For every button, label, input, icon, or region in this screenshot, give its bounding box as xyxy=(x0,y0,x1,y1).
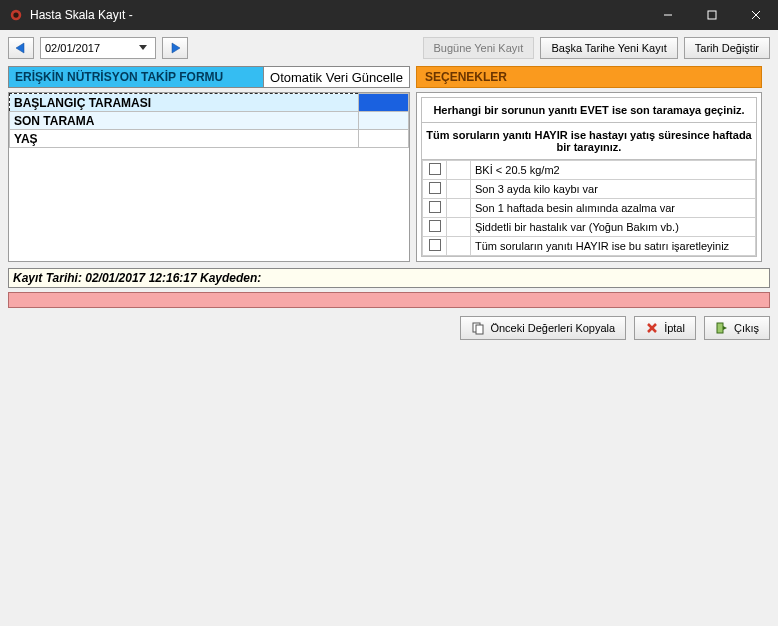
titlebar: Hasta Skala Kayıt - xyxy=(0,0,778,30)
toolbar: 02/01/2017 Bugüne Yeni Kayıt Başka Tarih… xyxy=(0,30,778,66)
prev-date-button[interactable] xyxy=(8,37,34,59)
option-spacer xyxy=(447,199,471,218)
options-caption-2: Tüm soruların yanıtı HAYIR ise hastayı y… xyxy=(422,123,756,160)
date-value: 02/01/2017 xyxy=(45,42,100,54)
option-row: Şiddetli bir hastalık var (Yoğun Bakım v… xyxy=(423,218,756,237)
button-label: Önceki Değerleri Kopyala xyxy=(490,322,615,334)
svg-marker-7 xyxy=(139,45,147,50)
option-spacer xyxy=(447,180,471,199)
copy-icon xyxy=(471,321,485,335)
option-checkbox[interactable] xyxy=(429,182,441,194)
option-row: Son 1 haftada besin alımında azalma var xyxy=(423,199,756,218)
option-spacer xyxy=(447,218,471,237)
close-button[interactable] xyxy=(734,0,778,30)
cancel-icon xyxy=(645,321,659,335)
table-row[interactable]: SON TARAMA xyxy=(10,112,409,130)
row-value xyxy=(359,94,409,112)
option-label: BKİ < 20.5 kg/m2 xyxy=(471,161,756,180)
window-title: Hasta Skala Kayıt - xyxy=(30,8,646,22)
button-label: İptal xyxy=(664,322,685,334)
maximize-button[interactable] xyxy=(690,0,734,30)
option-checkbox[interactable] xyxy=(429,220,441,232)
option-checkbox[interactable] xyxy=(429,163,441,175)
row-label: BAŞLANGIÇ TARAMASI xyxy=(10,94,359,112)
options-title: SEÇENEKLER xyxy=(416,66,762,88)
option-spacer xyxy=(447,237,471,256)
option-checkbox[interactable] xyxy=(429,239,441,251)
svg-marker-14 xyxy=(723,326,727,330)
svg-marker-8 xyxy=(172,43,180,53)
exit-button[interactable]: Çıkış xyxy=(704,316,770,340)
svg-point-1 xyxy=(13,12,18,17)
left-panel-header: ERİŞKİN NÜTRİSYON TAKİP FORMU Otomatik V… xyxy=(8,66,410,88)
row-value xyxy=(359,112,409,130)
svg-rect-10 xyxy=(476,325,483,334)
change-date-button[interactable]: Tarih Değiştir xyxy=(684,37,770,59)
form-sections-table: BAŞLANGIÇ TARAMASI SON TARAMA YAŞ xyxy=(9,93,409,148)
cancel-button[interactable]: İptal xyxy=(634,316,696,340)
table-row[interactable]: YAŞ xyxy=(10,130,409,148)
bottom-button-bar: Önceki Değerleri Kopyala İptal Çıkış xyxy=(0,308,778,348)
options-box: Herhangi bir sorunun yanıtı EVET ise son… xyxy=(421,97,757,257)
option-label: Şiddetli bir hastalık var (Yoğun Bakım v… xyxy=(471,218,756,237)
row-value xyxy=(359,130,409,148)
date-dropdown[interactable]: 02/01/2017 xyxy=(40,37,156,59)
option-row: Tüm soruların yanıtı HAYIR ise bu satırı… xyxy=(423,237,756,256)
progress-bar xyxy=(8,292,770,308)
app-icon xyxy=(8,7,24,23)
options-caption-1: Herhangi bir sorunun yanıtı EVET ise son… xyxy=(422,98,756,123)
option-spacer xyxy=(447,161,471,180)
minimize-button[interactable] xyxy=(646,0,690,30)
exit-icon xyxy=(715,321,729,335)
option-label: Son 1 haftada besin alımında azalma var xyxy=(471,199,756,218)
svg-rect-13 xyxy=(717,323,723,333)
other-date-new-record-button[interactable]: Başka Tarihe Yeni Kayıt xyxy=(540,37,677,59)
table-row[interactable]: BAŞLANGIÇ TARAMASI xyxy=(10,94,409,112)
status-text: Kayıt Tarihi: 02/01/2017 12:16:17 Kayded… xyxy=(13,271,261,285)
row-label: SON TARAMA xyxy=(10,112,359,130)
options-table: BKİ < 20.5 kg/m2 Son 3 ayda kilo kaybı v… xyxy=(422,160,756,256)
form-title: ERİŞKİN NÜTRİSYON TAKİP FORMU xyxy=(9,67,263,87)
svg-marker-6 xyxy=(16,43,24,53)
button-label: Çıkış xyxy=(734,322,759,334)
chevron-down-icon xyxy=(135,45,151,51)
option-row: Son 3 ayda kilo kaybı var xyxy=(423,180,756,199)
window-controls xyxy=(646,0,778,30)
auto-update-button[interactable]: Otomatik Veri Güncelle xyxy=(263,67,409,87)
option-label: Tüm soruların yanıtı HAYIR ise bu satırı… xyxy=(471,237,756,256)
svg-rect-3 xyxy=(708,11,716,19)
option-checkbox[interactable] xyxy=(429,201,441,213)
copy-previous-values-button[interactable]: Önceki Değerleri Kopyala xyxy=(460,316,626,340)
next-date-button[interactable] xyxy=(162,37,188,59)
today-new-record-button[interactable]: Bugüne Yeni Kayıt xyxy=(423,37,535,59)
status-line: Kayıt Tarihi: 02/01/2017 12:16:17 Kayded… xyxy=(8,268,770,288)
option-label: Son 3 ayda kilo kaybı var xyxy=(471,180,756,199)
right-panel-body: Herhangi bir sorunun yanıtı EVET ise son… xyxy=(416,92,762,262)
left-panel-body: BAŞLANGIÇ TARAMASI SON TARAMA YAŞ xyxy=(8,92,410,262)
option-row: BKİ < 20.5 kg/m2 xyxy=(423,161,756,180)
row-label: YAŞ xyxy=(10,130,359,148)
